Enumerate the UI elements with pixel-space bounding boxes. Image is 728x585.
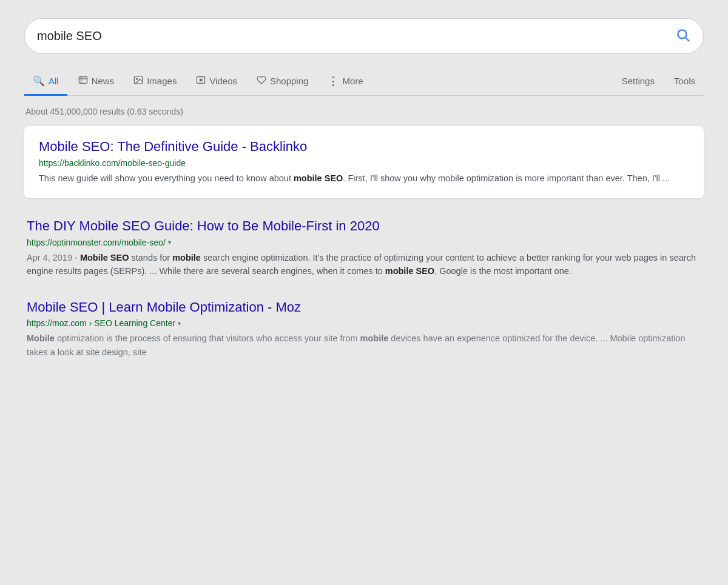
- tab-tools-label: Tools: [674, 76, 695, 86]
- result-title-1[interactable]: Mobile SEO: The Definitive Guide - Backl…: [39, 138, 689, 156]
- result-title-2[interactable]: The DIY Mobile SEO Guide: How to Be Mobi…: [27, 218, 701, 235]
- result-item-2: The DIY Mobile SEO Guide: How to Be Mobi…: [24, 210, 704, 288]
- result-url-2: https://optinmonster.com/mobile-seo/ ▾: [27, 238, 701, 247]
- tab-videos[interactable]: Videos: [187, 69, 246, 96]
- tab-settings[interactable]: Settings: [613, 70, 663, 95]
- svg-marker-8: [200, 79, 203, 81]
- tab-shopping[interactable]: Shopping: [248, 69, 317, 96]
- tab-videos-label: Videos: [209, 76, 237, 86]
- tab-all[interactable]: 🔍 All: [24, 69, 67, 96]
- tab-more[interactable]: ⋮ More: [319, 70, 371, 96]
- tab-all-label: All: [49, 76, 59, 86]
- svg-point-6: [136, 78, 138, 79]
- results-container: Mobile SEO: The Definitive Guide - Backl…: [24, 126, 704, 369]
- videos-icon: [196, 75, 206, 87]
- search-icon: [675, 27, 691, 43]
- nav-tabs: 🔍 All News Images Videos Shopping ⋮ More…: [24, 69, 704, 96]
- result-snippet-3: Mobile optimization is the process of en…: [27, 332, 701, 359]
- dropdown-arrow-3[interactable]: ▾: [178, 320, 181, 327]
- tab-settings-label: Settings: [622, 76, 655, 86]
- search-button[interactable]: [675, 27, 691, 45]
- search-bar: [24, 18, 704, 54]
- tab-news[interactable]: News: [70, 69, 123, 96]
- search-input[interactable]: [37, 29, 669, 43]
- tab-shopping-label: Shopping: [270, 76, 308, 86]
- more-icon: ⋮: [328, 76, 339, 87]
- result-title-3[interactable]: Mobile SEO | Learn Mobile Optimization -…: [27, 299, 701, 316]
- shopping-icon: [257, 75, 266, 87]
- svg-line-1: [686, 38, 689, 41]
- tab-tools[interactable]: Tools: [666, 70, 704, 95]
- tab-images[interactable]: Images: [125, 69, 185, 96]
- result-snippet-1: This new guide will show you everything …: [39, 172, 689, 185]
- tab-more-label: More: [342, 76, 363, 86]
- all-icon: 🔍: [33, 75, 45, 87]
- images-icon: [133, 75, 143, 87]
- dropdown-arrow-2[interactable]: ▾: [168, 239, 171, 246]
- result-url-1: https://backlinko.com/mobile-seo-guide: [39, 158, 689, 168]
- result-card-1: Mobile SEO: The Definitive Guide - Backl…: [24, 126, 704, 198]
- tab-images-label: Images: [147, 76, 177, 86]
- result-url-3: https://moz.com › SEO Learning Center ▾: [27, 318, 701, 328]
- result-item-3: Mobile SEO | Learn Mobile Optimization -…: [24, 292, 704, 369]
- result-snippet-2: Apr 4, 2019 - Mobile SEO stands for mobi…: [27, 251, 701, 278]
- svg-rect-2: [79, 77, 87, 84]
- tab-news-label: News: [92, 76, 115, 86]
- results-count: About 451,000,000 results (0.63 seconds): [24, 107, 704, 116]
- news-icon: [78, 75, 88, 87]
